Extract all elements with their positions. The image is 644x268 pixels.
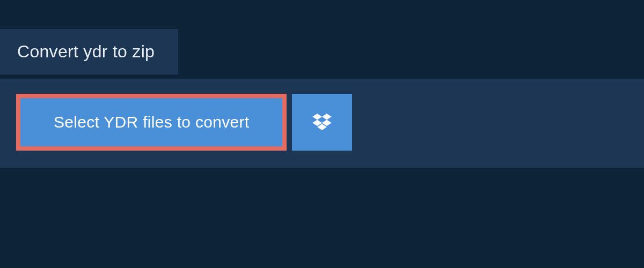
- dropbox-icon: [312, 114, 332, 131]
- tab-header: Convert ydr to zip: [0, 29, 178, 75]
- select-files-highlight: Select YDR files to convert: [16, 94, 287, 151]
- upload-panel: Select YDR files to convert: [0, 79, 644, 168]
- dropbox-button[interactable]: [292, 94, 352, 151]
- button-row: Select YDR files to convert: [16, 94, 628, 151]
- page-title: Convert ydr to zip: [17, 42, 155, 62]
- select-files-button[interactable]: Select YDR files to convert: [20, 98, 282, 146]
